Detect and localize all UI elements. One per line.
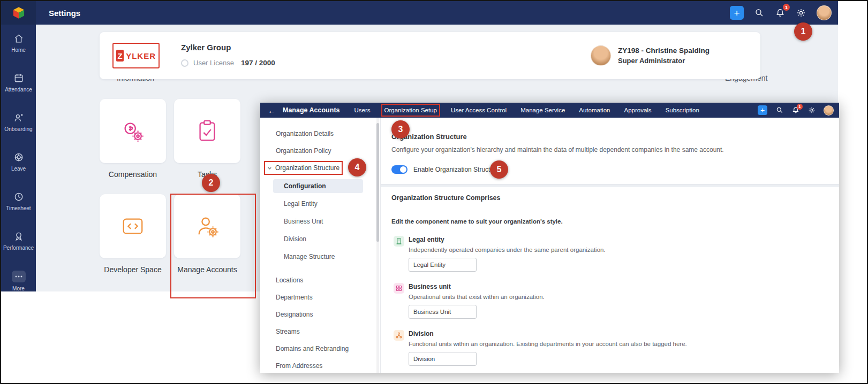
legal-entity-icon: [394, 236, 404, 247]
toggle-label: Enable Organization Structure: [413, 166, 500, 173]
annotation-step-5: 5: [490, 160, 508, 179]
sidebar-item-label: Home: [11, 47, 26, 53]
attendance-icon: [13, 73, 24, 83]
back-arrow-icon[interactable]: ←: [268, 106, 276, 114]
annotation-step-2: 2: [202, 174, 220, 192]
settings-gear-icon[interactable]: [796, 7, 806, 18]
nav-item-business-unit[interactable]: Business Unit: [260, 212, 379, 230]
tab-users[interactable]: Users: [354, 107, 371, 113]
notifications-bell-icon[interactable]: 1: [791, 106, 799, 114]
nav-item-locations[interactable]: Locations: [260, 272, 379, 289]
topbar-actions: + 1: [730, 5, 832, 20]
sidebar-item-label: Onboarding: [4, 126, 32, 132]
content-description: Configure your organization's hierarchy …: [391, 146, 826, 153]
content-heading: Organization Structure: [391, 133, 826, 141]
tab-user-access-control[interactable]: User Access Control: [451, 107, 507, 113]
sidebar-item-attendance[interactable]: Attendance: [1, 73, 36, 93]
sidebar-item-more[interactable]: More: [1, 271, 36, 291]
tab-automation[interactable]: Automation: [579, 107, 610, 113]
user-license-row: User License 197 / 2000: [181, 59, 275, 67]
component-title: Business unit: [409, 283, 545, 290]
nav-item-organization-details[interactable]: Organization Details: [260, 125, 379, 142]
app-logo[interactable]: [1, 1, 36, 25]
tasks-icon: [195, 119, 220, 143]
add-button[interactable]: +: [730, 6, 744, 20]
nav-item-designations[interactable]: Designations: [260, 306, 379, 323]
search-icon[interactable]: [754, 7, 765, 18]
admin-name: ZY198 - Christine Spalding: [618, 47, 710, 55]
sidebar-scrollbar[interactable]: [376, 123, 379, 242]
organization-name: Zylker Group: [181, 43, 231, 52]
search-icon[interactable]: [775, 106, 783, 114]
zylker-logo-z: Z: [116, 50, 124, 62]
component-row-business-unit: Business unit Operational units that exi…: [391, 283, 826, 319]
component-description: Operational units that exist within an o…: [409, 294, 545, 300]
notification-badge: 1: [783, 4, 790, 11]
leave-icon: [13, 152, 24, 163]
zylker-logo-text: YLKER: [126, 51, 156, 60]
more-ellipsis-icon: [12, 271, 26, 282]
tile-compensation[interactable]: Compensation: [100, 99, 166, 179]
nav-item-from-addresses[interactable]: From Addresses: [260, 357, 379, 373]
organization-card: Z YLKER Zylker Group User License 197 / …: [100, 32, 760, 79]
nav-item-departments[interactable]: Departments: [260, 289, 379, 306]
sidebar-item-performance[interactable]: Performance: [1, 231, 36, 251]
notification-badge: 1: [797, 104, 803, 110]
tab-organization-setup[interactable]: Organization Setup: [384, 107, 437, 113]
notifications-bell-icon[interactable]: 1: [775, 7, 786, 18]
nav-item-domains-and-rebranding[interactable]: Domains and Rebranding: [260, 340, 379, 357]
overlay-title: Manage Accounts: [283, 106, 340, 114]
license-value: 197 / 2000: [241, 59, 275, 67]
home-icon: [13, 33, 24, 44]
tab-subscription[interactable]: Subscription: [666, 107, 699, 113]
nav-item-manage-structure[interactable]: Manage Structure: [260, 248, 379, 265]
chevron-down-icon: [267, 166, 272, 171]
component-description: Functional units within an organization.…: [409, 341, 687, 347]
comprises-title: Organization Structure Comprises: [391, 194, 826, 202]
add-button[interactable]: +: [758, 105, 767, 115]
tile-label: Developer Space: [100, 265, 166, 274]
nav-item-streams[interactable]: Streams: [260, 323, 379, 340]
page-title: Settings: [49, 9, 80, 18]
user-avatar[interactable]: [824, 105, 834, 116]
onboarding-icon: [13, 112, 24, 123]
annotation-box-manage-accounts: [170, 194, 256, 298]
admin-avatar[interactable]: [591, 45, 611, 66]
tile-tasks[interactable]: Tasks: [174, 99, 240, 179]
tab-manage-service[interactable]: Manage Service: [520, 107, 565, 113]
component-row-division: Division Functional units within an orga…: [391, 330, 826, 366]
zylker-logo: Z YLKER: [112, 43, 160, 68]
admin-role: Super Administrator: [618, 57, 710, 65]
nav-item-organization-policy[interactable]: Organization Policy: [260, 142, 379, 159]
edit-hint: Edit the component name to suit your org…: [391, 218, 826, 225]
tile-label: Compensation: [100, 170, 166, 179]
tile-developer-space[interactable]: Developer Space: [100, 194, 166, 274]
tab-approvals[interactable]: Approvals: [624, 107, 651, 113]
sidebar-item-onboarding[interactable]: Onboarding: [1, 112, 36, 132]
performance-icon: [13, 231, 24, 242]
sidebar-item-home[interactable]: Home: [1, 33, 36, 53]
sidebar-item-leave[interactable]: Leave: [1, 152, 36, 172]
developer-space-icon: [120, 214, 145, 239]
component-title: Legal entity: [409, 236, 606, 243]
division-name-input[interactable]: [409, 352, 477, 366]
user-avatar[interactable]: [817, 5, 832, 20]
screenshot-frame: Settings + 1 Home: [0, 0, 868, 384]
annotation-step-1: 1: [794, 22, 812, 41]
nav-item-configuration[interactable]: Configuration: [273, 179, 363, 193]
compensation-icon: [120, 119, 145, 143]
nav-item-division[interactable]: Division: [260, 230, 379, 248]
main-sidebar: Home Attendance Onboarding Leave Timeshe…: [1, 25, 36, 291]
zoho-cube-icon: [12, 6, 26, 20]
sidebar-item-timesheet[interactable]: Timesheet: [1, 191, 36, 211]
settings-gear-icon[interactable]: [807, 106, 816, 114]
component-title: Division: [409, 330, 687, 337]
annotation-step-3: 3: [391, 120, 410, 139]
overlay-topbar: ← Manage Accounts Users Organization Set…: [260, 103, 839, 118]
sidebar-item-label: Attendance: [5, 87, 32, 93]
legal-entity-name-input[interactable]: [409, 258, 477, 272]
business-unit-name-input[interactable]: [409, 305, 477, 319]
sidebar-item-label: More: [12, 286, 25, 291]
nav-item-legal-entity[interactable]: Legal Entity: [260, 195, 379, 212]
enable-organization-structure-toggle[interactable]: [391, 165, 407, 174]
